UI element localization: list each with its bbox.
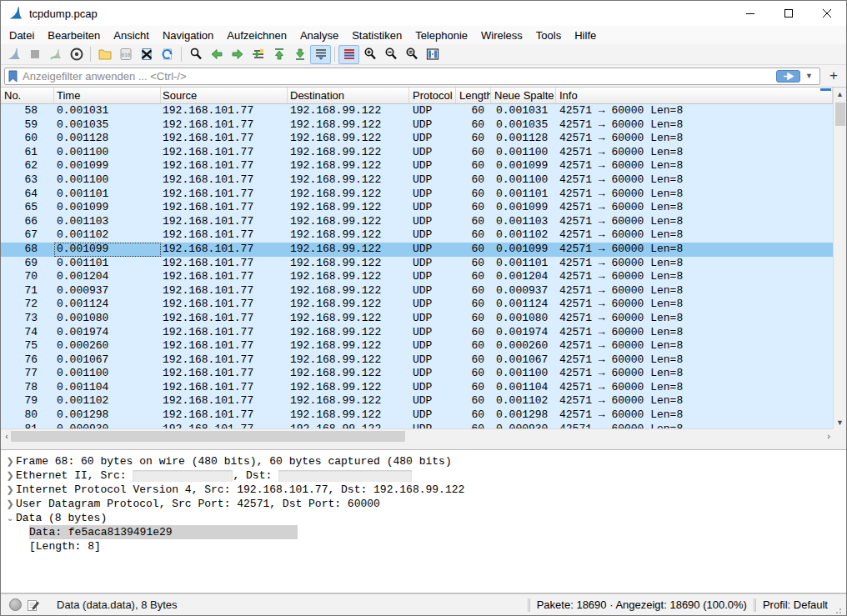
cell-time[interactable]: 0.001104 (54, 381, 161, 395)
cell-source[interactable]: 192.168.101.77 (161, 188, 288, 202)
cell-source[interactable]: 192.168.101.77 (161, 104, 288, 118)
pane-splitter[interactable] (1, 443, 846, 449)
status-profile[interactable]: Profil: Default (763, 598, 828, 611)
cell-destination[interactable]: 192.168.99.122 (288, 298, 409, 312)
cell-time[interactable]: 0.001128 (54, 132, 161, 146)
cell-source[interactable]: 192.168.101.77 (161, 312, 288, 326)
cell-destination[interactable]: 192.168.99.122 (288, 215, 409, 229)
packet-row[interactable]: 640.001101192.168.101.77192.168.99.122UD… (1, 188, 833, 202)
cell-time[interactable]: 0.001101 (54, 257, 161, 271)
cell-length[interactable]: 60 (456, 257, 491, 271)
go-forward-icon[interactable] (227, 45, 248, 64)
minimize-button[interactable] (731, 1, 769, 26)
cell-protocol[interactable]: UDP (409, 159, 456, 173)
cell-no[interactable]: 78 (1, 381, 54, 395)
menu-tools[interactable]: Tools (529, 28, 568, 43)
cell-length[interactable]: 60 (456, 228, 491, 243)
cell-protocol[interactable]: UDP (409, 173, 456, 188)
cell-destination[interactable]: 192.168.99.122 (288, 257, 409, 271)
resize-grip-icon[interactable] (833, 605, 843, 615)
cell-protocol[interactable]: UDP (409, 188, 456, 202)
cell-no[interactable]: 66 (1, 215, 54, 229)
cell-length[interactable]: 60 (456, 146, 491, 160)
cell-time[interactable]: 0.001099 (54, 243, 161, 257)
cell-destination[interactable]: 192.168.99.122 (288, 326, 409, 340)
column-header-no[interactable]: No. (1, 88, 54, 103)
cell-neue[interactable]: 0.001080 (491, 312, 556, 326)
cell-destination[interactable]: 192.168.99.122 (288, 159, 409, 173)
detail-data-length[interactable]: [Length: 8] (1, 539, 846, 553)
cell-length[interactable]: 60 (456, 381, 491, 395)
cell-source[interactable]: 192.168.101.77 (161, 146, 288, 160)
cell-destination[interactable]: 192.168.99.122 (288, 381, 409, 395)
cell-destination[interactable]: 192.168.99.122 (288, 243, 409, 257)
cell-destination[interactable]: 192.168.99.122 (288, 408, 409, 423)
find-packet-icon[interactable] (185, 45, 206, 64)
cell-neue[interactable]: 0.001974 (491, 326, 556, 340)
cell-neue[interactable]: 0.000937 (491, 284, 556, 298)
cell-source[interactable]: 192.168.101.77 (161, 173, 288, 188)
cell-protocol[interactable]: UDP (409, 104, 456, 118)
cell-neue[interactable]: 0.001204 (491, 270, 556, 284)
cell-neue[interactable]: 0.001099 (491, 243, 556, 257)
cell-info[interactable]: 42571 → 60000 Len=8 (556, 132, 833, 146)
cell-source[interactable]: 192.168.101.77 (161, 394, 288, 408)
cell-length[interactable]: 60 (456, 408, 491, 423)
cell-protocol[interactable]: UDP (409, 201, 456, 215)
cell-info[interactable]: 42571 → 60000 Len=8 (556, 353, 833, 368)
cell-info[interactable]: 42571 → 60000 Len=8 (556, 257, 833, 271)
packet-row[interactable]: 700.001204192.168.101.77192.168.99.122UD… (1, 270, 833, 284)
cell-neue[interactable]: 0.001104 (491, 381, 556, 395)
cell-no[interactable]: 72 (1, 298, 54, 312)
bookmark-icon[interactable] (8, 70, 18, 83)
cell-neue[interactable]: 0.001124 (491, 298, 556, 312)
cell-protocol[interactable]: UDP (409, 353, 456, 368)
cell-time[interactable]: 0.001124 (54, 298, 161, 312)
vertical-scrollbar-thumb[interactable] (835, 103, 845, 126)
packet-row[interactable]: 620.001099192.168.101.77192.168.99.122UD… (1, 159, 833, 173)
cell-source[interactable]: 192.168.101.77 (161, 228, 288, 243)
cell-time[interactable]: 0.001099 (54, 159, 161, 173)
zoom-out-icon[interactable] (380, 45, 401, 64)
cell-no[interactable]: 62 (1, 159, 54, 173)
cell-info[interactable]: 42571 → 60000 Len=8 (556, 394, 833, 408)
cell-no[interactable]: 70 (1, 270, 54, 284)
cell-neue[interactable]: 0.001067 (491, 353, 556, 368)
cell-length[interactable]: 60 (456, 394, 491, 408)
cell-no[interactable]: 74 (1, 326, 54, 340)
cell-neue[interactable]: 0.001099 (491, 201, 556, 215)
packet-row[interactable]: 770.001100192.168.101.77192.168.99.122UD… (1, 367, 833, 381)
close-button[interactable] (808, 1, 846, 26)
cell-no[interactable]: 77 (1, 367, 54, 381)
cell-neue[interactable]: 0.001100 (491, 367, 556, 381)
cell-destination[interactable]: 192.168.99.122 (288, 104, 409, 118)
scroll-up-icon[interactable]: ▲ (834, 88, 846, 101)
cell-no[interactable]: 59 (1, 118, 54, 133)
packet-row[interactable]: 650.001099192.168.101.77192.168.99.122UD… (1, 201, 833, 215)
column-header-info[interactable]: Info (556, 88, 833, 103)
packet-row[interactable]: 690.001101192.168.101.77192.168.99.122UD… (1, 257, 833, 271)
packet-row[interactable]: 760.001067192.168.101.77192.168.99.122UD… (1, 353, 833, 368)
packet-row[interactable]: 750.000260192.168.101.77192.168.99.122UD… (1, 339, 833, 353)
cell-protocol[interactable]: UDP (409, 132, 456, 146)
cell-neue[interactable]: 0.001035 (491, 118, 556, 133)
cell-destination[interactable]: 192.168.99.122 (288, 339, 409, 353)
cell-info[interactable]: 42571 → 60000 Len=8 (556, 339, 833, 353)
cell-length[interactable]: 60 (456, 243, 491, 257)
cell-length[interactable]: 60 (456, 298, 491, 312)
packet-row[interactable]: 800.001298192.168.101.77192.168.99.122UD… (1, 408, 833, 423)
cell-source[interactable]: 192.168.101.77 (161, 215, 288, 229)
cell-time[interactable]: 0.001298 (54, 408, 161, 423)
column-header-length[interactable]: Length (456, 88, 491, 103)
packet-row[interactable]: 600.001128192.168.101.77192.168.99.122UD… (1, 132, 833, 146)
cell-protocol[interactable]: UDP (409, 284, 456, 298)
cell-info[interactable]: 42571 → 60000 Len=8 (556, 173, 833, 188)
cell-source[interactable]: 192.168.101.77 (161, 326, 288, 340)
cell-length[interactable]: 60 (456, 188, 491, 202)
cell-time[interactable]: 0.000937 (54, 284, 161, 298)
scroll-down-icon[interactable]: ▼ (834, 416, 846, 429)
cell-destination[interactable]: 192.168.99.122 (288, 118, 409, 133)
column-header-time[interactable]: Time (54, 88, 161, 103)
cell-source[interactable]: 192.168.101.77 (161, 118, 288, 133)
cell-length[interactable]: 60 (456, 215, 491, 229)
